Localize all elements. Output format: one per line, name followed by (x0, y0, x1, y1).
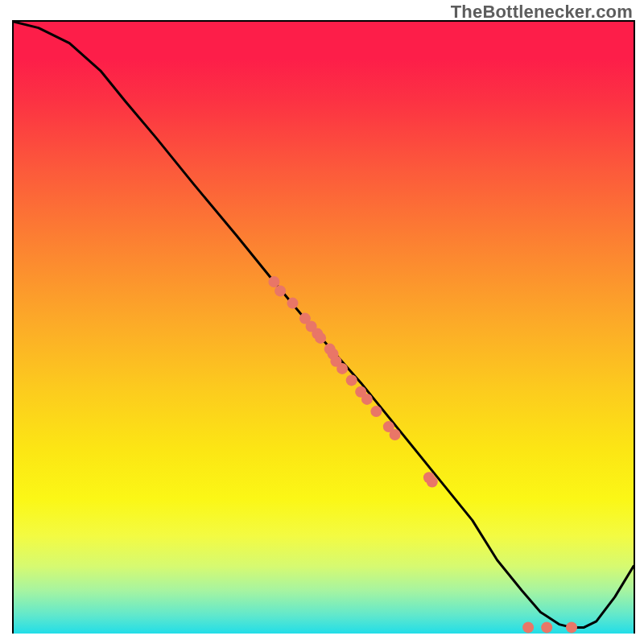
svg-point-1 (275, 285, 286, 296)
scatter-dots (268, 276, 577, 633)
svg-point-21 (566, 621, 577, 633)
svg-point-0 (268, 276, 279, 287)
svg-point-13 (361, 394, 373, 405)
svg-point-18 (427, 477, 438, 488)
chart-svg (14, 22, 634, 634)
svg-point-6 (315, 332, 326, 344)
svg-point-19 (522, 621, 534, 633)
svg-point-14 (370, 406, 382, 417)
plot-frame (12, 20, 635, 634)
stage: TheBottlenecker.com (0, 0, 644, 644)
svg-point-10 (336, 363, 348, 374)
svg-point-16 (390, 429, 401, 440)
curve-line (14, 22, 634, 627)
svg-point-2 (287, 298, 299, 309)
svg-point-11 (346, 374, 357, 386)
svg-point-20 (541, 621, 552, 633)
